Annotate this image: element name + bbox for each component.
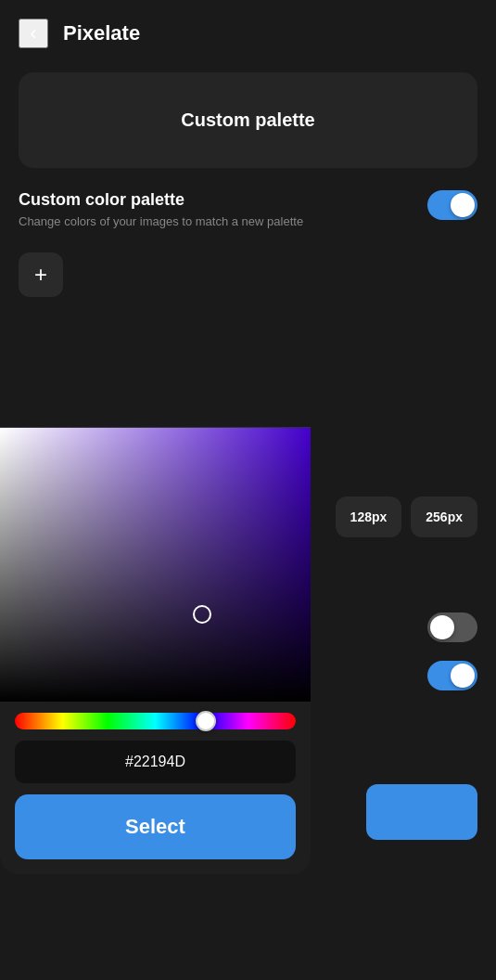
custom-palette-section: Custom color palette Change colors of yo… — [0, 190, 496, 252]
header: ‹ Pixelate — [0, 0, 496, 63]
page-title: Pixelate — [63, 21, 140, 45]
right-toggle-off-thumb — [430, 615, 454, 639]
gradient-background — [0, 428, 311, 702]
right-toggles — [427, 612, 477, 690]
hex-input[interactable] — [15, 741, 296, 783]
color-gradient-area[interactable] — [0, 428, 311, 702]
toggle-row: Custom color palette Change colors of yo… — [19, 190, 477, 230]
palette-card-title: Custom palette — [181, 110, 314, 131]
plus-icon: + — [34, 264, 47, 286]
hex-input-wrapper — [0, 741, 311, 794]
hue-slider-wrapper — [0, 702, 311, 741]
color-cursor[interactable] — [193, 605, 211, 624]
right-toggle-on-thumb — [451, 664, 475, 688]
size-buttons: 128px 256px — [336, 496, 477, 537]
blue-accent-rect — [366, 784, 477, 840]
toggle-text: Custom color palette Change colors of yo… — [19, 190, 413, 230]
toggle-thumb — [451, 193, 475, 217]
toggle-label: Custom color palette — [19, 190, 413, 210]
add-color-button[interactable]: + — [19, 252, 63, 297]
select-button[interactable]: Select — [15, 794, 296, 859]
color-picker-popup: Select — [0, 427, 311, 874]
right-toggle-off[interactable] — [427, 612, 477, 642]
custom-palette-toggle[interactable] — [427, 190, 477, 220]
hue-thumb — [196, 711, 216, 731]
back-button[interactable]: ‹ — [19, 19, 48, 48]
right-toggle-on[interactable] — [427, 661, 477, 690]
size-128-button[interactable]: 128px — [336, 496, 402, 537]
hue-slider[interactable] — [15, 713, 296, 729]
back-arrow-icon: ‹ — [30, 21, 36, 45]
toggle-description: Change colors of your images to match a … — [19, 213, 413, 230]
palette-card: Custom palette — [19, 72, 477, 168]
size-256-button[interactable]: 256px — [411, 496, 477, 537]
